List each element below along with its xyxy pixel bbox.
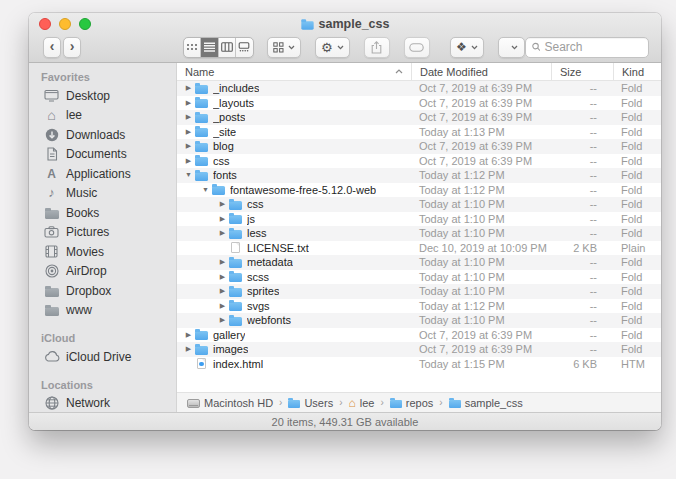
table-row[interactable]: ▶metadataToday at 1:10 PM--Fold xyxy=(177,255,661,270)
disclosure-triangle[interactable]: ▶ xyxy=(217,270,228,285)
sidebar-item-network[interactable]: Network xyxy=(29,394,176,413)
path-segment-sample-css[interactable]: sample_css xyxy=(449,397,523,409)
kind-cell: Fold xyxy=(613,256,661,268)
table-row[interactable]: ▶scssToday at 1:10 PM--Fold xyxy=(177,270,661,285)
table-row[interactable]: ▶spritesToday at 1:10 PM--Fold xyxy=(177,284,661,299)
table-row[interactable]: ▶galleryOct 7, 2019 at 6:39 PM--Fold xyxy=(177,328,661,343)
path-segment-repos[interactable]: repos xyxy=(390,397,434,409)
zoom-button[interactable] xyxy=(79,18,91,30)
sidebar-item-lee[interactable]: ⌂lee xyxy=(29,106,176,126)
table-row[interactable]: index.htmlToday at 1:15 PM6 KBHTM xyxy=(177,357,661,372)
action-dropdown[interactable]: ⚙ xyxy=(315,37,350,58)
table-row[interactable]: ▼fontsToday at 1:12 PM--Fold xyxy=(177,168,661,183)
disclosure-triangle[interactable]: ▶ xyxy=(183,154,194,169)
disclosure-triangle[interactable]: ▶ xyxy=(217,212,228,227)
date-modified-cell: Oct 7, 2019 at 6:39 PM xyxy=(411,329,551,341)
table-row[interactable]: LICENSE.txtDec 10, 2019 at 10:09 PM2 KBP… xyxy=(177,241,661,256)
table-row[interactable]: ▶_layoutsOct 7, 2019 at 6:39 PM--Fold xyxy=(177,96,661,111)
table-row[interactable]: ▶jsToday at 1:10 PM--Fold xyxy=(177,212,661,227)
table-row[interactable]: ▶blogOct 7, 2019 at 6:39 PM--Fold xyxy=(177,139,661,154)
minimize-button[interactable] xyxy=(59,18,71,30)
file-name: fontawesome-free-5.12.0-web xyxy=(230,184,376,196)
path-segment-users[interactable]: Users xyxy=(288,397,333,409)
sidebar-item-downloads[interactable]: Downloads xyxy=(29,125,176,145)
column-header-kind[interactable]: Kind xyxy=(613,63,661,80)
kind-cell: Fold xyxy=(613,140,661,152)
file-name: gallery xyxy=(213,329,245,341)
sidebar-item-documents[interactable]: Documents xyxy=(29,145,176,165)
tag-button[interactable] xyxy=(404,37,430,58)
table-row[interactable]: ▶svgsToday at 1:12 PM--Fold xyxy=(177,299,661,314)
sidebar-item-airdrop[interactable]: AirDrop xyxy=(29,262,176,282)
table-row[interactable]: ▶lessToday at 1:10 PM--Fold xyxy=(177,226,661,241)
search-field[interactable] xyxy=(525,37,649,58)
disclosure-triangle[interactable]: ▶ xyxy=(217,299,228,314)
sidebar-item-music[interactable]: ♪Music xyxy=(29,184,176,204)
sidebar-item-books[interactable]: Books xyxy=(29,203,176,223)
column-header-date-modified[interactable]: Date Modified xyxy=(411,63,551,80)
size-cell: -- xyxy=(551,343,613,355)
disclosure-triangle[interactable]: ▶ xyxy=(217,284,228,299)
disclosure-triangle[interactable]: ▼ xyxy=(200,183,211,198)
disclosure-triangle[interactable]: ▶ xyxy=(183,110,194,125)
sidebar-item-pictures[interactable]: Pictures xyxy=(29,223,176,243)
date-modified-cell: Today at 1:15 PM xyxy=(411,358,551,370)
table-row[interactable]: ▶_postsOct 7, 2019 at 6:39 PM--Fold xyxy=(177,110,661,125)
disclosure-triangle[interactable]: ▶ xyxy=(217,313,228,328)
folder-icon xyxy=(194,329,208,340)
file-name: scss xyxy=(247,271,269,283)
disclosure-triangle[interactable]: ▶ xyxy=(183,342,194,357)
group-dropdown[interactable] xyxy=(267,37,301,58)
disclosure-triangle[interactable]: ▶ xyxy=(183,139,194,154)
table-row[interactable]: ▶imagesOct 7, 2019 at 6:39 PM--Fold xyxy=(177,342,661,357)
name-cell: index.html xyxy=(177,358,411,370)
extra-dropdown[interactable] xyxy=(498,37,525,58)
table-row[interactable]: ▶cssToday at 1:10 PM--Fold xyxy=(177,197,661,212)
table-row[interactable]: ▼fontawesome-free-5.12.0-webToday at 1:1… xyxy=(177,183,661,198)
path-separator: › xyxy=(338,397,343,408)
disclosure-triangle[interactable]: ▶ xyxy=(183,81,194,96)
icon-view-button[interactable] xyxy=(184,38,201,57)
file-name: less xyxy=(247,227,267,239)
dropbox-dropdown[interactable]: ❖ xyxy=(450,37,484,58)
column-header-size[interactable]: Size xyxy=(551,63,613,80)
kind-cell: Fold xyxy=(613,97,661,109)
window-controls xyxy=(39,18,91,30)
column-view-button[interactable] xyxy=(219,38,236,57)
back-button[interactable]: ‹ xyxy=(43,37,61,58)
file-name: svgs xyxy=(247,300,270,312)
disclosure-triangle[interactable]: ▶ xyxy=(183,125,194,140)
kind-cell: Fold xyxy=(613,329,661,341)
gallery-view-button[interactable] xyxy=(236,38,253,57)
disclosure-triangle[interactable]: ▶ xyxy=(217,226,228,241)
sidebar-item-www[interactable]: www xyxy=(29,301,176,321)
path-segment-macintosh-hd[interactable]: Macintosh HD xyxy=(187,397,273,409)
path-segment-lee[interactable]: ⌂lee xyxy=(349,397,375,409)
table-row[interactable]: ▶_includesOct 7, 2019 at 6:39 PM--Fold xyxy=(177,81,661,96)
disclosure-triangle[interactable]: ▶ xyxy=(183,328,194,343)
sidebar-item-movies[interactable]: Movies xyxy=(29,242,176,262)
file-name: css xyxy=(213,155,230,167)
sidebar-item-desktop[interactable]: Desktop xyxy=(29,86,176,106)
file-name: metadata xyxy=(247,256,293,268)
list-view-button[interactable] xyxy=(201,38,218,57)
size-cell: -- xyxy=(551,256,613,268)
disclosure-triangle[interactable]: ▶ xyxy=(183,96,194,111)
disclosure-triangle[interactable]: ▼ xyxy=(183,168,194,183)
sidebar-item-applications[interactable]: AApplications xyxy=(29,164,176,184)
disclosure-triangle[interactable]: ▶ xyxy=(217,255,228,270)
close-button[interactable] xyxy=(39,18,51,30)
table-row[interactable]: ▶cssOct 7, 2019 at 6:39 PM--Fold xyxy=(177,154,661,169)
titlebar[interactable]: sample_css xyxy=(29,13,661,35)
sidebar-item-dropbox[interactable]: Dropbox xyxy=(29,281,176,301)
column-header-name[interactable]: Name xyxy=(177,63,411,80)
disclosure-triangle[interactable]: ▶ xyxy=(217,197,228,212)
date-modified-cell: Today at 1:10 PM xyxy=(411,285,551,297)
share-button[interactable] xyxy=(364,37,390,58)
table-row[interactable]: ▶webfontsToday at 1:10 PM--Fold xyxy=(177,313,661,328)
folder-icon xyxy=(194,344,208,355)
search-input[interactable] xyxy=(544,40,642,54)
table-row[interactable]: ▶_siteToday at 1:13 PM--Fold xyxy=(177,125,661,140)
sidebar-item-icloud-drive[interactable]: iCloud Drive xyxy=(29,347,176,367)
forward-button[interactable]: › xyxy=(63,37,81,58)
